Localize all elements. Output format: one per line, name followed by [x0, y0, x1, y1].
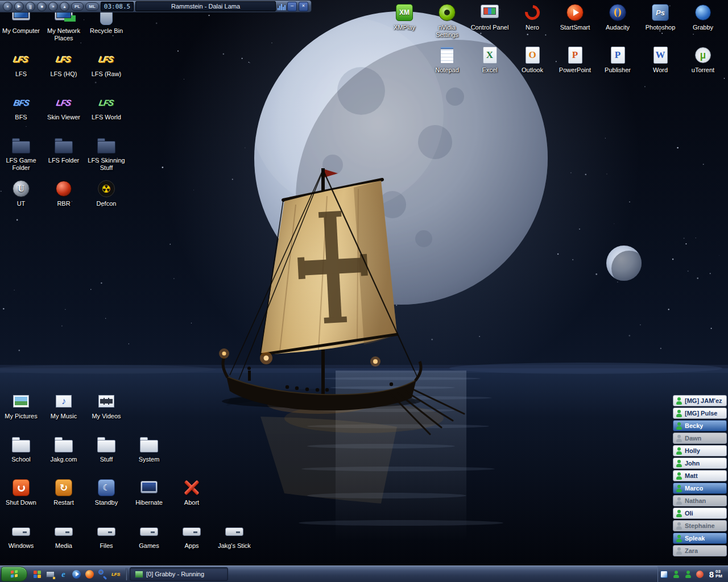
clock[interactable]: 8 03 PM: [707, 569, 727, 579]
desktop-icon-skin-viewer[interactable]: LFSSkin Viewer: [43, 92, 84, 121]
desktop-icon-files[interactable]: Files: [86, 521, 127, 550]
desktop-icon-my-videos[interactable]: My Videos: [86, 391, 127, 420]
buddy-dawn[interactable]: Dawn: [673, 433, 727, 444]
desktop-icon-word[interactable]: WWord: [640, 45, 681, 74]
buddy-holly[interactable]: Holly: [673, 445, 727, 456]
desktop-icon-lfs-game-folder[interactable]: LFS Game Folder: [1, 135, 42, 172]
desktop-icon-bfs[interactable]: BFSBFS: [1, 92, 42, 121]
desktop-icon-nero[interactable]: Nero: [512, 2, 553, 31]
start-button[interactable]: [1, 567, 27, 581]
buddy-marco[interactable]: Marco: [673, 483, 727, 494]
messenger-tray-icon[interactable]: [671, 569, 681, 579]
desktop-icon-hibernate[interactable]: Hibernate: [129, 477, 169, 506]
desktop-icon-startsmart[interactable]: StartSmart: [555, 2, 595, 31]
icon-label: Jakg's Stick: [214, 542, 255, 550]
desktop-icon-audacity[interactable]: Audacity: [597, 2, 638, 31]
desktop-icon-ut[interactable]: UUT: [1, 178, 42, 207]
desktop-icon-rbr[interactable]: RBR: [43, 178, 84, 207]
task-label: [0] Grabby - Running: [146, 571, 204, 577]
track-title[interactable]: Rammstein - Dalai Lama: [135, 1, 276, 11]
media-library-button[interactable]: ML: [85, 2, 99, 11]
desktop-icon-windows[interactable]: Windows: [1, 521, 42, 550]
desktop-icon-powerpoint[interactable]: PPowerPoint: [555, 45, 595, 74]
buddy-stephaine[interactable]: Stephaine: [673, 520, 727, 531]
desktop-icon-lfs-folder[interactable]: LFS Folder: [43, 135, 84, 164]
search-quicklaunch-icon[interactable]: [97, 568, 109, 580]
buddy-becky[interactable]: Becky: [673, 420, 727, 431]
desktop-icon-my-pictures[interactable]: My Pictures: [1, 391, 42, 420]
buddy-status-icon: [676, 447, 682, 455]
desktop-icon-abort[interactable]: Abort: [171, 477, 212, 506]
next-button[interactable]: »: [48, 2, 58, 11]
desktop-icon-control-panel[interactable]: Control Panel: [469, 2, 510, 31]
desktop-icon-system[interactable]: System: [129, 434, 169, 463]
lfs-quicklaunch-icon[interactable]: LFS: [110, 568, 122, 580]
buddy-spleak[interactable]: Spleak: [673, 533, 727, 544]
ut-icon: U: [11, 178, 31, 199]
buddy-mg-jam-ez[interactable]: [MG] JAM'ez: [673, 395, 727, 406]
desktop-icon-photoshop[interactable]: PsPhotoshop: [640, 2, 681, 31]
buddy-john[interactable]: John: [673, 458, 727, 469]
desktop-icon-notepad[interactable]: Notepad: [427, 45, 468, 74]
desktop-icon-lfs[interactable]: LFSLFS: [1, 49, 42, 78]
desktop-icon-school[interactable]: School: [1, 434, 42, 463]
desktop-icon-apps[interactable]: Apps: [171, 521, 212, 550]
desktop-icon-shut-down[interactable]: Shut Down: [1, 477, 42, 506]
desktop-icon-utorrent[interactable]: µuTorrent: [682, 45, 723, 74]
photoshop-icon: Ps: [650, 2, 671, 23]
desktop-icon-nvidia-settings[interactable]: nVidia Settings: [427, 2, 468, 39]
messenger-2-tray-icon[interactable]: [683, 569, 693, 579]
desktop-icon-defcon[interactable]: ☢Defcon: [86, 178, 127, 207]
taskbar-task-grabby[interactable]: [0] Grabby - Running: [130, 567, 228, 581]
desktop-icon-media[interactable]: Media: [43, 521, 84, 550]
show-desktop-quicklaunch-icon[interactable]: [44, 568, 56, 580]
desktop-icon-excel[interactable]: XExcel: [469, 45, 510, 74]
buddy-zara[interactable]: Zara: [673, 545, 727, 556]
internet-explorer-quicklaunch-icon[interactable]: e: [57, 568, 69, 580]
buddy-mg-pulse[interactable]: [MG] Pulse: [673, 408, 727, 419]
alert-tray-icon[interactable]: [695, 569, 705, 579]
icon-label: StartSmart: [555, 24, 595, 31]
desktop-icon-games[interactable]: Games: [129, 521, 169, 550]
close-button[interactable]: ×: [299, 2, 308, 11]
buddy-name: [MG] Pulse: [685, 410, 717, 417]
desktop-icon-my-music[interactable]: ♪My Music: [43, 391, 84, 420]
icon-label: Skin Viewer: [43, 114, 84, 121]
stop-button[interactable]: ■: [37, 2, 47, 11]
play-button[interactable]: ▶: [14, 2, 24, 11]
desktop-icon-publisher[interactable]: PPublisher: [597, 45, 638, 74]
notepad-icon: [437, 45, 457, 65]
desktop-icon-outlook[interactable]: OOutlook: [512, 45, 553, 74]
xmplay-player[interactable]: « ▶ || ■ » ▲ PL ML 03:08.5 Rammstein - D…: [0, 0, 312, 13]
minimize-button[interactable]: –: [287, 2, 297, 11]
desktop-icon-lfs-hq[interactable]: LFSLFS (HQ): [43, 49, 84, 78]
desktop-icon-jakg-com[interactable]: Jakg.com: [43, 434, 84, 463]
buddy-status-icon: [676, 460, 682, 467]
firefox-quicklaunch-icon[interactable]: [84, 568, 96, 580]
buddy-oli[interactable]: Oli: [673, 508, 727, 519]
previous-button[interactable]: «: [3, 2, 13, 11]
desktop-icon-stuff[interactable]: Stuff: [86, 434, 127, 463]
desktop-icon-lfs-raw[interactable]: LFSLFS (Raw): [86, 49, 127, 78]
windows-quicklaunch-icon[interactable]: [31, 568, 43, 580]
eject-button[interactable]: ▲: [60, 2, 69, 11]
desktop-icon-restart[interactable]: ↻Restart: [43, 477, 84, 506]
pictures-icon: [11, 391, 31, 411]
desktop-icon-xmplay[interactable]: XMXMPlay: [384, 2, 425, 31]
icon-glyph: P: [572, 49, 578, 61]
desktop-icon-lfs-skinning-stuff[interactable]: LFS Skinning Stuff: [86, 135, 127, 172]
playlist-button[interactable]: PL: [71, 2, 84, 11]
icon-label: School: [1, 456, 42, 463]
media-player-quicklaunch-icon[interactable]: [71, 568, 82, 580]
desktop-icon-lfs-world[interactable]: LFSLFS World: [86, 92, 127, 121]
desktop-icon-jakg-s-stick[interactable]: Jakg's Stick: [214, 521, 255, 550]
buddy-matt[interactable]: Matt: [673, 470, 727, 481]
buddy-status-icon: [676, 397, 682, 405]
desktop-icon-standby[interactable]: ☾Standby: [86, 477, 127, 506]
icon-label: BFS: [1, 114, 42, 121]
graphics-tray-icon[interactable]: [659, 569, 669, 579]
pause-button[interactable]: ||: [26, 2, 35, 11]
desktop-icon-grabby[interactable]: Grabby: [682, 2, 723, 31]
icon-label: Windows: [1, 542, 42, 550]
buddy-nathan[interactable]: Nathan: [673, 495, 727, 506]
